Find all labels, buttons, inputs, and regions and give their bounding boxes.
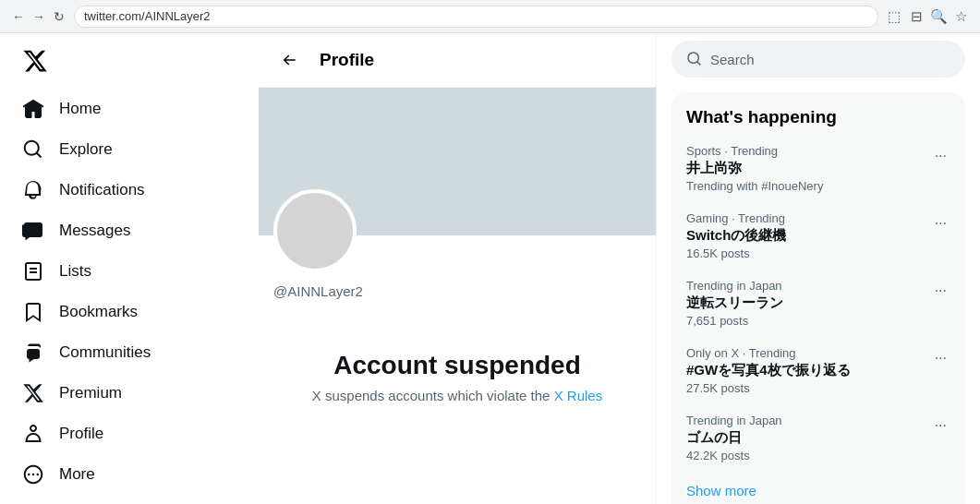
avatar-area [259,189,656,272]
notifications-icon [22,179,44,201]
sidebar-item-communities[interactable]: Communities [11,332,248,373]
trending-meta: Gaming · Trending [686,211,786,225]
main-content: Profile @AINNLayer2 Account suspended X … [259,33,657,504]
browser-back-btn[interactable]: ← [11,9,26,24]
bookmarks-label: Bookmarks [59,303,138,321]
search-icon [686,51,703,67]
trending-meta: Only on X · Trending [686,346,851,360]
sidebar-item-notifications[interactable]: Notifications [11,170,248,210]
trending-name: Switchの後継機 [686,227,786,245]
trending-count: 42.2K posts [686,449,782,462]
trending-more-dots[interactable]: ··· [931,346,950,370]
trending-item[interactable]: Only on X · Trending #GWを写真4枚で振り返る 27.5K… [671,337,965,404]
communities-label: Communities [59,343,151,362]
trending-count: 27.5K posts [686,381,851,395]
right-sidebar: Search What's happening Sports · Trendin… [657,33,980,504]
sidebar-item-lists[interactable]: Lists [11,251,248,292]
trending-more-dots[interactable]: ··· [931,414,950,438]
avatar [273,189,357,272]
browser-refresh-btn[interactable]: ↻ [52,9,67,24]
trending-more-dots[interactable]: ··· [931,279,950,303]
translate-icon[interactable]: ⊟ [908,8,925,25]
more-icon [22,463,44,486]
suspended-description: X suspends accounts which violate the X … [273,388,641,403]
bookmarks-icon [22,301,44,323]
home-label: Home [59,100,101,118]
trending-name: 逆転スリーラン [686,294,783,312]
trending-meta: Trending in Japan [686,279,783,293]
sidebar-item-explore[interactable]: Explore [11,129,248,170]
whats-happening-title: What's happening [671,103,965,135]
back-button[interactable] [273,44,305,76]
profile-header-bar: Profile [259,33,656,88]
profile-label: Profile [59,425,103,443]
search-placeholder: Search [710,52,755,67]
trending-item[interactable]: Sports · Trending 井上尚弥 Trending with #In… [671,135,965,202]
trending-name: #GWを写真4枚で振り返る [686,362,851,379]
trending-meta: Trending in Japan [686,414,782,427]
search-web-icon[interactable]: 🔍 [930,8,947,25]
bookmark-star-icon[interactable]: ☆ [952,8,969,25]
browser-forward-btn[interactable]: → [31,9,46,24]
trending-count: 16.5K posts [686,246,786,260]
browser-chrome: ← → ↻ twitter.com/AINNLayer2 ⬚ ⊟ 🔍 ☆ [0,0,980,33]
trending-meta: Sports · Trending [686,144,823,158]
trending-name: 井上尚弥 [686,160,823,177]
app-container: Home Explore Notifications Messages List [0,33,980,504]
suspended-title: Account suspended [273,351,641,380]
url-text: twitter.com/AINNLayer2 [84,9,211,23]
profile-header-title: Profile [320,50,374,70]
x-logo[interactable] [11,41,248,85]
trending-item[interactable]: Trending in Japan ゴムの日 42.2K posts ··· [671,404,965,472]
premium-label: Premium [59,384,122,402]
trending-more-dots[interactable]: ··· [931,211,950,235]
messages-icon [22,220,44,242]
sidebar-item-messages[interactable]: Messages [11,210,248,251]
trending-more-dots[interactable]: ··· [931,144,950,168]
trending-box: What's happening Sports · Trending 井上尚弥 … [671,92,965,504]
search-box[interactable]: Search [671,41,965,78]
sidebar-item-home[interactable]: Home [11,89,248,129]
sidebar-item-more[interactable]: More [11,454,248,495]
x-rules-link[interactable]: X Rules [554,388,603,403]
lists-icon [22,260,44,282]
messages-label: Messages [59,222,130,240]
trending-item[interactable]: Trending in Japan 逆転スリーラン 7,651 posts ··… [671,270,965,337]
premium-icon [22,382,44,404]
explore-label: Explore [59,140,113,159]
show-more-button[interactable]: Show more [671,472,965,504]
more-label: More [59,465,95,484]
sidebar-item-premium[interactable]: Premium [11,373,248,414]
browser-url-bar[interactable]: twitter.com/AINNLayer2 [74,6,878,28]
trending-sub: Trending with #InoueNery [686,179,823,193]
cast-icon[interactable]: ⬚ [886,8,902,25]
username-display: @AINNLayer2 [259,280,656,314]
sidebar: Home Explore Notifications Messages List [0,33,259,504]
suspended-area: Account suspended X suspends accounts wh… [259,314,656,440]
trending-name: ゴムの日 [686,429,782,447]
explore-icon [22,138,44,161]
notifications-label: Notifications [59,181,145,199]
sidebar-item-profile[interactable]: Profile [11,414,248,454]
lists-label: Lists [59,262,91,281]
profile-icon [22,423,44,445]
trending-count: 7,651 posts [686,314,783,328]
home-icon [22,98,44,120]
communities-icon [22,342,44,364]
suspended-desc-prefix: X suspends accounts which violate the [312,388,554,403]
trending-item[interactable]: Gaming · Trending Switchの後継機 16.5K posts… [671,202,965,270]
sidebar-item-bookmarks[interactable]: Bookmarks [11,292,248,332]
